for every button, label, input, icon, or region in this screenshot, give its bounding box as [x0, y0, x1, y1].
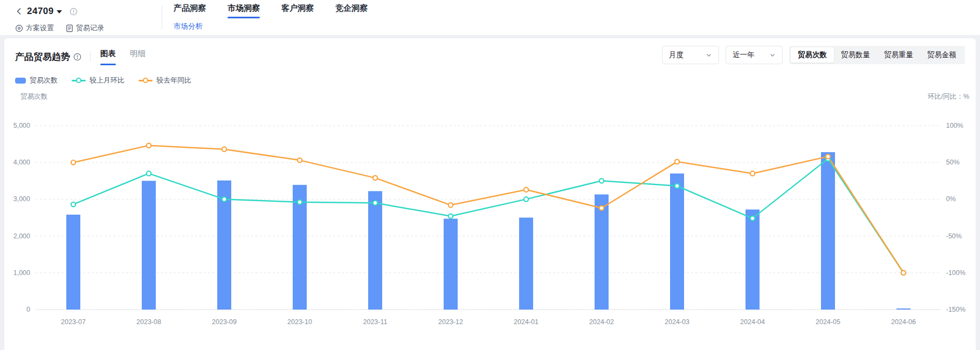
svg-text:4,000: 4,000	[13, 159, 30, 166]
divider	[90, 52, 91, 61]
chevron-down-icon	[769, 52, 776, 58]
svg-text:2023-07: 2023-07	[61, 318, 86, 326]
svg-text:2024-01: 2024-01	[514, 318, 539, 326]
trade-records-button[interactable]: 贸易记录	[66, 23, 104, 33]
insight-tabs: 产品洞察 市场洞察 客户洞察 竞企洞察	[174, 3, 368, 18]
line-marker-icon	[72, 78, 86, 83]
svg-text:2024-04: 2024-04	[740, 318, 765, 326]
svg-text:0: 0	[26, 306, 30, 313]
svg-text:0%: 0%	[946, 195, 956, 203]
view-tabs: 图表 明细	[100, 49, 146, 65]
metric-trade-amount-button[interactable]: 贸易金额	[920, 47, 963, 63]
metric-segmented-control: 贸易次数 贸易数量 贸易重量 贸易金额	[789, 46, 965, 64]
svg-text:贸易次数: 贸易次数	[20, 93, 48, 100]
svg-text:2023-09: 2023-09	[212, 318, 237, 326]
svg-text:2024-05: 2024-05	[816, 318, 840, 326]
trend-card: 产品贸易趋势 图表 明细 月度 近一年 贸易次数 贸易数量 贸易重量 贸易金额	[4, 38, 976, 350]
metric-trade-weight-button[interactable]: 贸易重量	[877, 47, 920, 63]
back-chevron-icon[interactable]	[15, 7, 24, 16]
range-select[interactable]: 近一年	[726, 46, 783, 64]
metric-trade-count-button[interactable]: 贸易次数	[791, 47, 834, 63]
card-title: 产品贸易趋势	[15, 51, 81, 63]
svg-text:-150%: -150%	[946, 306, 965, 313]
trend-chart-svg: 贸易次数环比/同比：%5,000100%4,00050%3,0000%2,000…	[4, 87, 976, 341]
svg-text:2023-11: 2023-11	[363, 318, 388, 326]
header-divider	[162, 5, 162, 30]
chart-canvas: 贸易次数环比/同比：%5,000100%4,00050%3,0000%2,000…	[4, 87, 976, 344]
svg-text:2023-12: 2023-12	[438, 318, 463, 326]
svg-text:2023-10: 2023-10	[287, 318, 312, 326]
legend-yoy-ratio[interactable]: 较去年同比	[139, 76, 191, 85]
info-icon[interactable]	[70, 8, 78, 16]
svg-text:-50%: -50%	[946, 232, 962, 240]
tab-chart-view[interactable]: 图表	[100, 49, 116, 65]
subnav-market-analysis[interactable]: 市场分析	[174, 22, 203, 31]
svg-text:1,000: 1,000	[13, 269, 30, 277]
svg-text:2024-02: 2024-02	[589, 318, 614, 326]
svg-text:50%: 50%	[946, 159, 960, 166]
bar-swatch-icon	[15, 78, 26, 84]
tab-product-insight[interactable]: 产品洞察	[174, 3, 206, 18]
tab-customer-insight[interactable]: 客户洞察	[281, 3, 314, 18]
svg-text:2024-06: 2024-06	[891, 318, 916, 326]
svg-text:100%: 100%	[946, 122, 963, 129]
svg-text:2,000: 2,000	[13, 232, 30, 240]
svg-text:环比/同比：%: 环比/同比：%	[927, 93, 969, 100]
tab-detail-view[interactable]: 明细	[130, 49, 146, 65]
scheme-settings-button[interactable]: 方案设置	[15, 23, 54, 33]
line-marker-icon	[139, 78, 153, 83]
entity-id[interactable]: 24709	[27, 6, 54, 17]
tab-competitor-insight[interactable]: 竞企洞察	[335, 3, 368, 18]
legend-trade-count[interactable]: 贸易次数	[15, 76, 58, 85]
metric-trade-quantity-button[interactable]: 贸易数量	[834, 47, 877, 63]
svg-text:5,000: 5,000	[13, 122, 30, 129]
svg-text:3,000: 3,000	[13, 195, 30, 203]
legend-mom-ratio[interactable]: 较上月环比	[72, 76, 125, 85]
chevron-down-icon	[706, 52, 712, 58]
period-select[interactable]: 月度	[662, 46, 719, 64]
document-icon	[66, 24, 73, 32]
tab-market-insight[interactable]: 市场洞察	[227, 3, 260, 18]
info-icon[interactable]	[73, 53, 81, 61]
svg-text:-100%: -100%	[946, 269, 965, 277]
chart-legend: 贸易次数 较上月环比 较去年同比	[15, 76, 976, 85]
app-header: 24709 方案设置 贸易记录 产品洞察 市场洞察 客户洞察 竞企洞察 市场分析	[0, 0, 980, 35]
caret-down-icon[interactable]	[57, 10, 62, 13]
target-gear-icon	[15, 24, 23, 32]
svg-text:2023-08: 2023-08	[136, 318, 161, 326]
svg-text:2024-03: 2024-03	[665, 318, 689, 326]
